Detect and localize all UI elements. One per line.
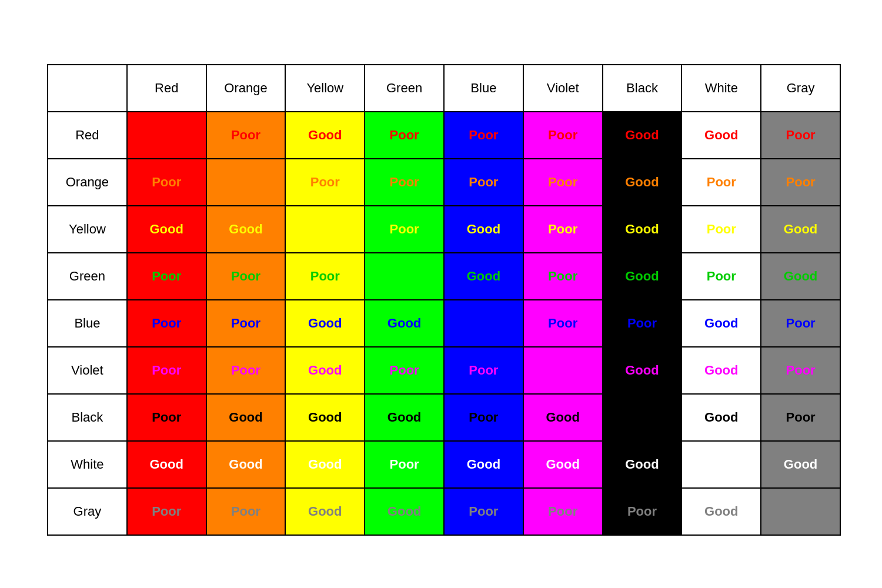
cell-label: Good [625,363,659,377]
cell-label: Good [308,504,342,519]
cell-blue-8: Poor [761,300,840,347]
cell-black-6 [603,394,682,441]
cell-label: Poor [152,269,181,283]
cell-gray-6: Poor [603,488,682,535]
cell-blue-7: Good [681,300,761,347]
cell-label: Poor [786,363,816,377]
col-header-black: Black [603,65,682,112]
row-header-orange: Orange [48,159,127,206]
cell-label: Poor [786,175,816,189]
cell-green-1: Poor [206,253,286,300]
cell-yellow-7: Poor [681,206,761,253]
cell-orange-5: Poor [523,159,603,206]
cell-black-3: Good [365,394,444,441]
cell-label: Good [308,316,342,330]
cell-label: Good [308,128,342,142]
cell-white-3: Poor [365,441,444,488]
cell-yellow-1: Good [206,206,286,253]
cell-violet-2: Good [285,347,365,394]
header-row: RedOrangeYellowGreenBlueVioletBlackWhite… [48,65,840,112]
cell-label: Poor [152,410,181,425]
cell-violet-0: Poor [127,347,206,394]
cell-black-5: Good [523,394,603,441]
cell-black-8: Poor [761,394,840,441]
col-header-yellow: Yellow [285,65,365,112]
cell-red-2: Good [285,112,365,159]
col-header-red: Red [127,65,206,112]
col-header-gray: Gray [761,65,840,112]
cell-label: Good [387,504,421,519]
cell-label: Poor [390,222,419,236]
cell-green-7: Poor [681,253,761,300]
cell-gray-7: Good [681,488,761,535]
cell-orange-6: Good [603,159,682,206]
cell-label: Poor [786,316,816,330]
page-wrapper: RedOrangeYellowGreenBlueVioletBlackWhite… [29,41,853,547]
corner-cell [48,65,127,112]
cell-black-1: Good [206,394,286,441]
row-header-black: Black [48,394,127,441]
cell-label: Poor [152,316,181,330]
cell-label: Poor [707,269,736,283]
col-header-violet: Violet [523,65,603,112]
cell-label: Good [149,457,183,472]
cell-yellow-6: Good [603,206,682,253]
cell-label: Poor [786,410,816,425]
cell-orange-2: Poor [285,159,365,206]
cell-black-4: Poor [444,394,523,441]
cell-red-7: Good [681,112,761,159]
cell-label: Poor [231,363,260,377]
cell-label: Poor [548,222,577,236]
table-row: WhiteGoodGoodGoodPoorGoodGoodGoodGood [48,441,840,488]
cell-gray-2: Good [285,488,365,535]
cell-label: Poor [627,316,657,330]
cell-blue-0: Poor [127,300,206,347]
cell-white-5: Good [523,441,603,488]
cell-label: Poor [231,269,260,283]
cell-gray-8 [761,488,840,535]
cell-gray-1: Poor [206,488,286,535]
cell-orange-8: Poor [761,159,840,206]
cell-yellow-5: Poor [523,206,603,253]
cell-blue-3: Good [365,300,444,347]
cell-blue-5: Poor [523,300,603,347]
cell-label: Good [546,410,579,425]
cell-label: Poor [469,504,498,519]
row-header-gray: Gray [48,488,127,535]
cell-blue-1: Poor [206,300,286,347]
cell-green-6: Good [603,253,682,300]
row-header-white: White [48,441,127,488]
row-header-blue: Blue [48,300,127,347]
cell-label: Poor [548,175,577,189]
col-header-green: Green [365,65,444,112]
cell-green-5: Poor [523,253,603,300]
cell-green-8: Good [761,253,840,300]
cell-label: Good [784,222,817,236]
cell-label: Poor [548,504,577,519]
cell-label: Poor [152,175,181,189]
col-header-orange: Orange [206,65,286,112]
cell-label: Good [387,316,421,330]
cell-blue-6: Poor [603,300,682,347]
cell-label: Poor [152,504,181,519]
cell-red-4: Poor [444,112,523,159]
cell-label: Good [625,222,659,236]
table-row: OrangePoorPoorPoorPoorPoorGoodPoorPoor [48,159,840,206]
cell-yellow-8: Good [761,206,840,253]
cell-label: Good [308,363,342,377]
row-header-green: Green [48,253,127,300]
cell-label: Good [229,457,262,472]
cell-gray-5: Poor [523,488,603,535]
cell-orange-4: Poor [444,159,523,206]
cell-yellow-2 [285,206,365,253]
cell-label: Poor [231,316,260,330]
cell-white-2: Good [285,441,365,488]
cell-label: Poor [231,504,260,519]
cell-white-1: Good [206,441,286,488]
cell-green-0: Poor [127,253,206,300]
cell-gray-0: Poor [127,488,206,535]
cell-yellow-4: Good [444,206,523,253]
cell-black-0: Poor [127,394,206,441]
cell-label: Good [784,269,817,283]
cell-label: Good [704,504,738,519]
